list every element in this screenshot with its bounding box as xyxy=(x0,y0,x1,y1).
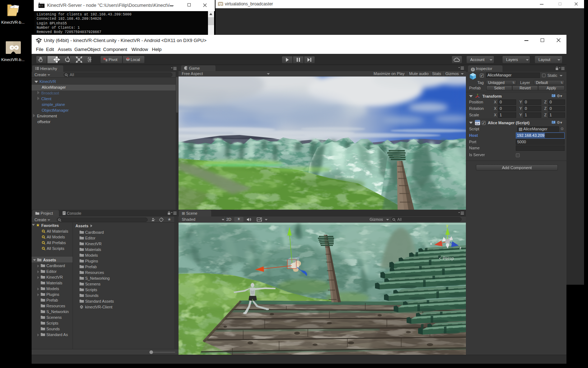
svg-text:?: ? xyxy=(552,121,553,124)
svg-text:C:\: C:\ xyxy=(39,5,43,7)
svg-text:C#: C# xyxy=(476,122,480,125)
svg-text:z: z xyxy=(459,246,462,250)
svg-text:y: y xyxy=(446,223,449,228)
svg-text:x: x xyxy=(430,241,432,246)
svg-text:< Persp: < Persp xyxy=(439,256,454,261)
svg-text:?: ? xyxy=(552,95,553,97)
